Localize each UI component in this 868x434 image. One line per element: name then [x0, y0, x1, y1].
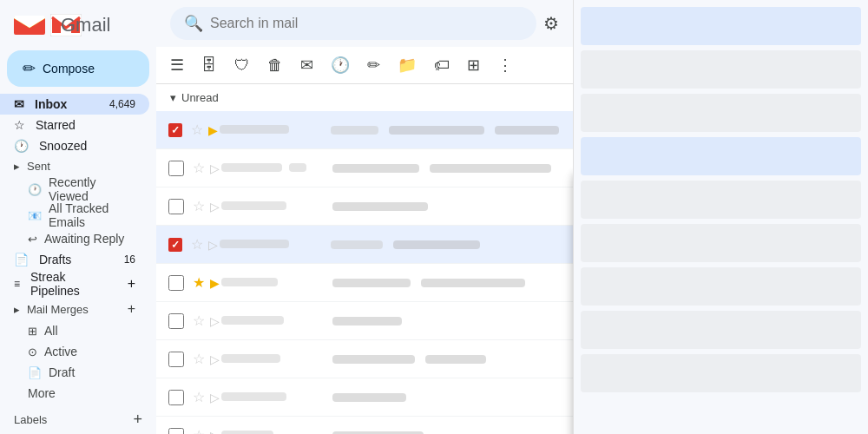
important-icon-3[interactable]: ▷: [210, 200, 220, 214]
email-checkbox-6[interactable]: [168, 313, 184, 329]
preview-blurred-4b: [393, 240, 480, 249]
section-label-unread: ▾ Unread: [156, 84, 573, 111]
email-checkbox-7[interactable]: [168, 352, 184, 367]
important-icon-7[interactable]: ▷: [210, 352, 220, 366]
archive-button[interactable]: 🗄: [194, 51, 224, 80]
email-row[interactable]: ✓ ☆ ▶: [156, 111, 573, 149]
star-icon-8[interactable]: ☆: [193, 389, 205, 405]
sidebar-item-more[interactable]: More: [0, 383, 149, 404]
sidebar-item-recently-viewed[interactable]: 🕐 Recently Viewed: [0, 176, 149, 202]
starred-label: Starred: [36, 118, 76, 132]
compose-button[interactable]: ✏ Compose: [7, 50, 149, 87]
star-icon-4[interactable]: ☆: [191, 236, 203, 253]
filter-icon[interactable]: ⚙: [543, 13, 559, 34]
merge-draft-icon: 📄: [28, 366, 42, 379]
sidebar-item-merge-all[interactable]: ⊞ All: [0, 320, 149, 341]
important-icon-6[interactable]: ▷: [210, 314, 220, 328]
email-checkbox-9[interactable]: [168, 428, 184, 435]
email-checkbox-2[interactable]: [168, 161, 184, 176]
more-options-button[interactable]: ⋮: [490, 50, 520, 80]
main-content: 🔍 ⚙ ☰ 🗄 🛡 🗑 ✉ 🕐 ✏ 📁 🏷 ⊞ ⋮ ▾ Unread ✓ ☆ ▶: [156, 0, 573, 434]
preview-blurred-8a: [332, 393, 406, 402]
sender-1: [220, 123, 324, 136]
toolbar-actions: ☰ 🗄 🛡 🗑 ✉ 🕐 ✏ 📁 🏷 ⊞ ⋮: [156, 47, 573, 84]
email-checkbox-8[interactable]: [168, 390, 184, 405]
labels-add-icon[interactable]: +: [133, 411, 142, 429]
sidebar-item-merge-draft[interactable]: 📄 Draft: [0, 362, 149, 383]
important-icon-9[interactable]: ▷: [210, 429, 220, 435]
email-row[interactable]: ✓ ☆ ▷: [156, 226, 573, 264]
select-all-button[interactable]: ☰: [163, 50, 191, 80]
layout-button[interactable]: ⊞: [460, 50, 487, 80]
merge-draft-label: Draft: [49, 365, 75, 379]
important-icon-1[interactable]: ▶: [208, 123, 218, 137]
star-icon-6[interactable]: ☆: [193, 312, 205, 329]
sidebar-item-awaiting-reply[interactable]: ↩ Awaiting Reply: [0, 228, 149, 249]
move-to-button[interactable]: 📁: [391, 50, 424, 80]
sidebar-item-drafts[interactable]: 📄 Drafts 16: [0, 249, 149, 270]
right-panel-row: [581, 137, 861, 175]
preview-blurred-2b: [430, 164, 551, 173]
report-spam-button[interactable]: 🛡: [227, 51, 257, 80]
email-row[interactable]: ☆ ▷: [156, 149, 573, 187]
sidebar-item-starred[interactable]: ☆ Starred: [0, 115, 149, 135]
inbox-icon: ✉: [14, 97, 24, 111]
search-input[interactable]: [210, 16, 523, 31]
add-to-tasks-button[interactable]: ✏: [360, 50, 387, 80]
sidebar-item-snoozed[interactable]: 🕐 Snoozed: [0, 135, 149, 156]
sender-name-blurred-6: [221, 316, 284, 325]
important-icon-4[interactable]: ▷: [208, 238, 218, 252]
mail-merges-add-icon[interactable]: +: [128, 301, 135, 317]
email-preview-6: [332, 317, 559, 326]
mark-read-button[interactable]: ✉: [293, 50, 320, 80]
gmail-text: Gmail: [61, 14, 110, 36]
sidebar-item-streak-pipelines[interactable]: ≡ Streak Pipelines +: [0, 270, 149, 298]
star-icon-1[interactable]: ☆: [191, 122, 203, 138]
right-panel-row: [581, 267, 861, 306]
email-row[interactable]: ★ ▶: [156, 264, 573, 302]
sidebar-item-inbox[interactable]: ✉ Inbox 4,649: [0, 94, 149, 115]
sender-name-blurred-4: [220, 240, 289, 248]
email-preview-2: [332, 164, 559, 173]
email-row[interactable]: ☆ ▷: [156, 417, 573, 434]
important-icon-2[interactable]: ▷: [210, 161, 220, 175]
drafts-badge: 16: [124, 253, 135, 266]
sender-6: [221, 314, 326, 327]
email-row[interactable]: ☆ ▷: [156, 187, 573, 226]
star-icon-2[interactable]: ☆: [193, 160, 205, 176]
email-checkbox-5[interactable]: [168, 275, 184, 291]
preview-blurred-7a: [332, 355, 415, 364]
streak-add-icon[interactable]: +: [128, 276, 135, 292]
merge-active-icon: ⊙: [28, 345, 37, 358]
mail-merges-header[interactable]: ▸ Mail Merges +: [0, 298, 149, 320]
preview-blurred-9a: [332, 431, 424, 435]
important-icon-8[interactable]: ▷: [210, 391, 220, 404]
preview-blurred-1a: [331, 126, 378, 135]
email-row[interactable]: ☆ ▷: [156, 302, 573, 340]
label-as-button[interactable]: 🏷: [427, 51, 457, 80]
section-collapse-icon[interactable]: ▾: [170, 91, 176, 104]
sender-name-blurred-7: [221, 354, 280, 363]
sent-header[interactable]: ▸ Sent: [0, 156, 149, 176]
snooze-button[interactable]: 🕐: [324, 50, 357, 80]
email-row[interactable]: ☆ ▷: [156, 378, 573, 417]
drafts-label: Drafts: [39, 253, 71, 266]
checkmark-icon: ✓: [171, 124, 180, 136]
preview-blurred-4a: [331, 240, 383, 249]
awaiting-reply-label: Awaiting Reply: [44, 232, 124, 246]
star-icon-9[interactable]: ☆: [193, 427, 205, 434]
sender-9: [221, 429, 326, 434]
star-icon-3[interactable]: ☆: [193, 198, 205, 214]
sidebar-item-all-tracked-emails[interactable]: 📧 All Tracked Emails: [0, 202, 149, 228]
email-checkbox-4[interactable]: ✓: [168, 238, 182, 252]
important-icon-5[interactable]: ▶: [210, 276, 220, 290]
star-icon-5[interactable]: ★: [193, 274, 205, 291]
sender-2: [221, 161, 326, 174]
email-row[interactable]: ☆ ▷: [156, 340, 573, 378]
sidebar-item-merge-active[interactable]: ⊙ Active: [0, 341, 149, 362]
star-icon-7[interactable]: ☆: [193, 351, 205, 367]
search-bar[interactable]: 🔍: [170, 7, 536, 40]
delete-button[interactable]: 🗑: [260, 51, 290, 80]
email-checkbox-3[interactable]: [168, 199, 184, 214]
email-checkbox-1[interactable]: ✓: [168, 123, 182, 137]
